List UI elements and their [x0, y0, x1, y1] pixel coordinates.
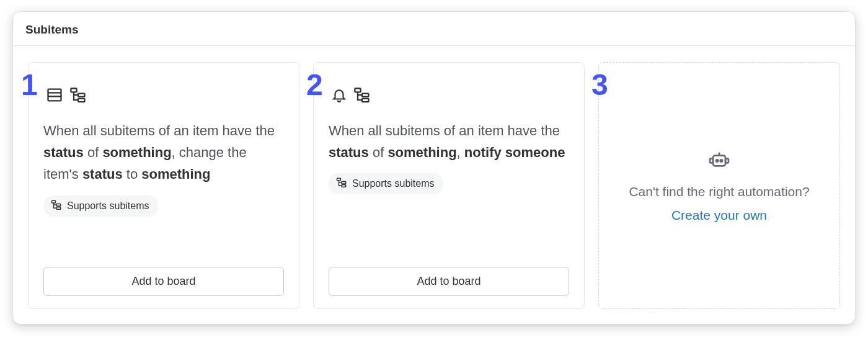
supports-subitems-chip: Supports subitems [43, 195, 158, 217]
chip-label: Supports subitems [67, 200, 149, 212]
svg-rect-15 [713, 156, 725, 166]
automation-card[interactable]: 1 [28, 62, 299, 309]
section-header: Subitems [13, 12, 855, 46]
svg-rect-11 [362, 99, 369, 102]
svg-rect-6 [52, 200, 56, 203]
card-icons [331, 86, 569, 104]
svg-rect-20 [725, 159, 728, 163]
bell-icon [331, 87, 347, 103]
svg-rect-13 [342, 182, 346, 184]
section-title: Subitems [25, 23, 843, 37]
svg-rect-3 [71, 89, 76, 92]
svg-point-17 [720, 159, 722, 161]
card-number: 1 [21, 70, 38, 100]
card-number: 2 [306, 70, 323, 100]
supports-subitems-chip: Supports subitems [329, 173, 443, 194]
card-icons [46, 86, 284, 104]
automation-card[interactable]: 2 [313, 62, 585, 309]
list-icon [46, 86, 63, 104]
add-to-board-button[interactable]: Add to board [43, 267, 284, 296]
automation-panel: Subitems 1 [12, 11, 856, 325]
svg-rect-4 [78, 94, 85, 97]
svg-rect-14 [342, 185, 346, 187]
robot-icon [707, 148, 732, 176]
automation-description: When all subitems of an item have the st… [329, 120, 569, 163]
create-your-own-link[interactable]: Create your own [671, 208, 767, 223]
svg-rect-5 [78, 99, 85, 102]
cards-row: 1 [13, 46, 855, 309]
svg-point-16 [716, 159, 718, 161]
automation-description: When all subitems of an item have the st… [43, 120, 284, 186]
svg-rect-9 [355, 89, 360, 92]
svg-rect-8 [56, 207, 61, 209]
svg-rect-10 [362, 94, 369, 97]
subitems-tree-icon [69, 86, 87, 104]
subitems-tree-icon [51, 199, 62, 213]
svg-rect-7 [56, 204, 61, 205]
card-number: 3 [591, 70, 608, 100]
create-automation-card[interactable]: 3 Can't find the right automation? Creat… [598, 62, 840, 309]
svg-rect-19 [710, 159, 713, 163]
chip-label: Supports subitems [352, 178, 435, 189]
subitems-tree-icon [336, 177, 347, 191]
svg-rect-0 [48, 89, 61, 101]
create-question: Can't find the right automation? [629, 184, 809, 199]
add-to-board-button[interactable]: Add to board [329, 267, 569, 296]
svg-rect-12 [337, 179, 341, 181]
subitems-tree-icon [353, 86, 371, 104]
